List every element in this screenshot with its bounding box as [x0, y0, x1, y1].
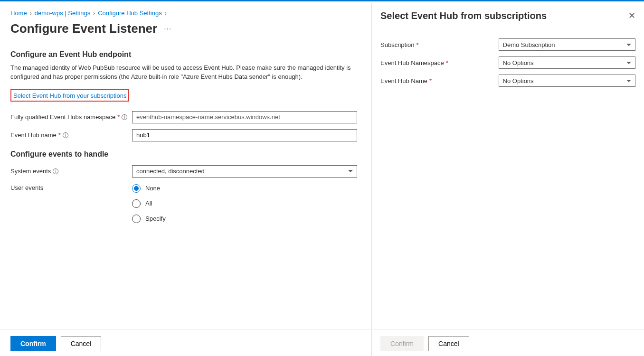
- highlight-box: Select Event Hub from your subscriptions: [10, 89, 129, 102]
- side-footer: Confirm Cancel: [372, 329, 644, 356]
- hubname-label-text: Event Hub name: [10, 131, 57, 139]
- side-hubname-label-text: Event Hub Name: [380, 77, 427, 84]
- radio-icon: [132, 215, 141, 223]
- side-hubname-select[interactable]: No Options: [499, 75, 635, 87]
- chevron-down-icon: [626, 62, 631, 64]
- subscription-label-text: Subscription: [380, 41, 415, 48]
- side-panel-title: Select Event Hub from subscriptions: [380, 10, 547, 21]
- system-events-select[interactable]: connected, disconnected: [132, 165, 357, 178]
- required-asterisk: *: [58, 131, 61, 139]
- subscription-select[interactable]: Demo Subscription: [499, 38, 635, 51]
- form-row-user-events: User events None All Specify: [10, 184, 360, 230]
- title-row: Configure Event Listener ···: [10, 21, 360, 36]
- chevron-down-icon: [348, 170, 353, 172]
- side-row-hubname: Event Hub Name * No Options: [380, 75, 635, 87]
- radio-icon: [132, 199, 141, 208]
- breadcrumb-resource[interactable]: demo-wps | Settings: [35, 9, 91, 17]
- endpoint-description: The managed identity of Web PubSub resou…: [10, 64, 352, 82]
- chevron-down-icon: [626, 44, 631, 46]
- side-hubname-value: No Options: [503, 77, 534, 84]
- radio-specify[interactable]: Specify: [10, 215, 166, 223]
- namespace-label-text: Fully qualified Event Hubs namespace: [10, 113, 115, 121]
- main-pane: Home › demo-wps | Settings › Configure H…: [0, 3, 370, 356]
- form-row-hubname: Event Hub name * i: [10, 129, 360, 141]
- side-namespace-label: Event Hub Namespace *: [380, 59, 499, 66]
- required-asterisk: *: [446, 59, 448, 66]
- required-asterisk: *: [117, 113, 120, 121]
- confirm-button[interactable]: Confirm: [10, 336, 56, 351]
- section-endpoint-heading: Configure an Event Hub endpoint: [10, 50, 360, 59]
- side-pane: Select Event Hub from subscriptions ✕ Su…: [371, 3, 644, 356]
- chevron-right-icon: ›: [30, 10, 32, 17]
- breadcrumb: Home › demo-wps | Settings › Configure H…: [10, 9, 360, 17]
- select-from-subscriptions-link[interactable]: Select Event Hub from your subscriptions: [13, 92, 126, 99]
- side-confirm-button: Confirm: [380, 336, 424, 351]
- chevron-right-icon: ›: [93, 10, 95, 17]
- side-hubname-label: Event Hub Name *: [380, 77, 499, 84]
- cancel-button[interactable]: Cancel: [61, 336, 102, 351]
- chevron-right-icon: ›: [165, 10, 167, 17]
- hubname-label: Event Hub name * i: [10, 131, 132, 139]
- required-asterisk: *: [429, 77, 432, 84]
- radio-icon: [132, 184, 141, 193]
- page-title: Configure Event Listener: [10, 21, 157, 36]
- user-events-options: None All Specify: [132, 184, 166, 230]
- hubname-input[interactable]: [132, 129, 357, 141]
- radio-none[interactable]: None: [10, 184, 166, 193]
- main-footer: Confirm Cancel: [0, 329, 370, 356]
- side-namespace-select[interactable]: No Options: [499, 56, 635, 69]
- more-icon[interactable]: ···: [164, 25, 171, 33]
- required-asterisk: *: [417, 41, 419, 48]
- radio-all[interactable]: All: [10, 199, 166, 208]
- namespace-label: Fully qualified Event Hubs namespace * i: [10, 113, 132, 121]
- side-row-namespace: Event Hub Namespace * No Options: [380, 56, 635, 69]
- breadcrumb-home[interactable]: Home: [10, 9, 27, 17]
- breadcrumb-configure[interactable]: Configure Hub Settings: [98, 9, 161, 17]
- radio-all-label: All: [145, 200, 152, 207]
- section-events-heading: Configure events to handle: [10, 150, 360, 159]
- radio-specify-label: Specify: [145, 215, 166, 222]
- chevron-down-icon: [626, 80, 631, 82]
- namespace-input[interactable]: [132, 111, 357, 123]
- info-icon[interactable]: i: [122, 114, 127, 120]
- subscription-label: Subscription *: [380, 41, 499, 48]
- side-namespace-value: No Options: [503, 59, 534, 66]
- close-icon[interactable]: ✕: [628, 10, 635, 21]
- side-cancel-button[interactable]: Cancel: [428, 336, 469, 351]
- system-events-value: connected, disconnected: [136, 168, 205, 175]
- side-namespace-label-text: Event Hub Namespace: [380, 59, 444, 66]
- system-events-label: System events i: [10, 168, 132, 175]
- form-row-namespace: Fully qualified Event Hubs namespace * i: [10, 111, 360, 123]
- system-events-label-text: System events: [10, 168, 51, 175]
- subscription-value: Demo Subscription: [503, 41, 555, 48]
- radio-none-label: None: [145, 185, 160, 192]
- form-row-system-events: System events i connected, disconnected: [10, 165, 360, 178]
- info-icon[interactable]: i: [63, 132, 68, 138]
- side-title-row: Select Event Hub from subscriptions ✕: [380, 10, 635, 21]
- info-icon[interactable]: i: [53, 169, 58, 174]
- side-row-subscription: Subscription * Demo Subscription: [380, 38, 635, 51]
